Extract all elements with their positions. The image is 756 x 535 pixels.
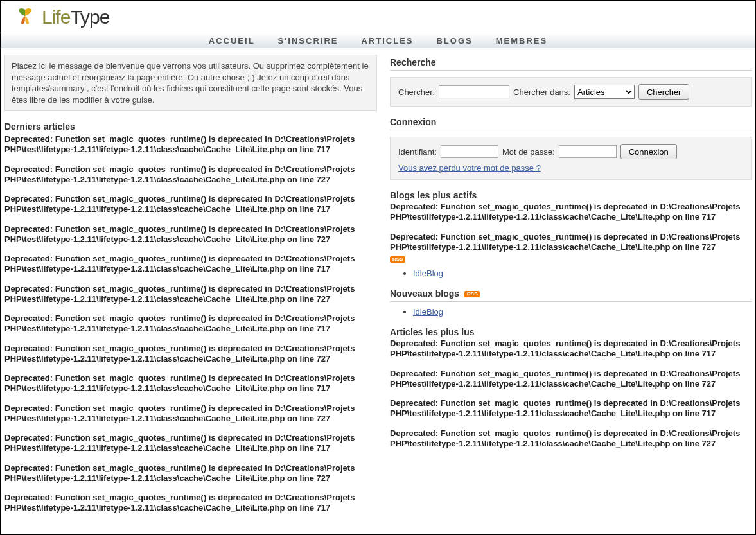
- login-id-input[interactable]: [441, 145, 498, 158]
- login-pw-label: Mot de passe:: [502, 147, 555, 157]
- navbar: ACCUEIL S'INSCRIRE ARTICLES BLOGS MEMBRE…: [1, 33, 755, 48]
- rss-icon[interactable]: RSS: [390, 256, 405, 263]
- nav-membres[interactable]: MEMBRES: [496, 36, 547, 46]
- content: Placez ici le message de bienvenue que v…: [1, 48, 755, 523]
- search-input[interactable]: [439, 85, 509, 98]
- latest-articles-heading: Derniers articles: [4, 121, 377, 132]
- error-msg: Deprecated: Function set_magic_quotes_ru…: [4, 433, 377, 454]
- error-msg: Deprecated: Function set_magic_quotes_ru…: [4, 344, 377, 365]
- login-id-label: Identifiant:: [398, 147, 437, 157]
- list-item: IdleBlog: [413, 268, 752, 278]
- login-box: Identifiant: Mot de passe: Connexion Vou…: [390, 137, 752, 180]
- error-msg: Deprecated: Function set_magic_quotes_ru…: [4, 284, 377, 305]
- rss-icon[interactable]: RSS: [464, 291, 480, 297]
- header: LifeType: [1, 1, 755, 33]
- error-msg: Deprecated: Function set_magic_quotes_ru…: [390, 338, 752, 360]
- right-column: Recherche Chercher: Chercher dans: Artic…: [390, 55, 752, 523]
- nav-sinscrire[interactable]: S'INSCRIRE: [278, 36, 338, 46]
- search-heading: Recherche: [390, 57, 752, 71]
- search-in-select[interactable]: Articles: [574, 85, 635, 99]
- error-msg: Deprecated: Function set_magic_quotes_ru…: [4, 194, 377, 215]
- error-msg: Deprecated: Function set_magic_quotes_ru…: [4, 254, 377, 275]
- top-articles-heading: Articles les plus lus: [390, 327, 752, 337]
- login-pw-input[interactable]: [559, 145, 617, 158]
- active-blogs-heading: Blogs les plus actifs: [390, 190, 752, 200]
- new-blogs-heading: Nouveaux blogs RSS: [390, 288, 752, 302]
- search-in-label: Chercher dans:: [513, 87, 570, 97]
- search-label: Chercher:: [398, 87, 435, 97]
- new-blogs-label: Nouveaux blogs: [390, 288, 459, 299]
- blog-link[interactable]: IdleBlog: [413, 307, 443, 317]
- error-msg: Deprecated: Function set_magic_quotes_ru…: [4, 463, 377, 484]
- login-heading: Connexion: [390, 117, 752, 130]
- error-msg: Deprecated: Function set_magic_quotes_ru…: [4, 134, 377, 155]
- new-blogs-list: IdleBlog: [390, 307, 752, 317]
- error-msg: Deprecated: Function set_magic_quotes_ru…: [4, 313, 377, 335]
- nav-blogs[interactable]: BLOGS: [436, 36, 472, 46]
- search-button[interactable]: Chercher: [638, 84, 689, 100]
- error-msg: Deprecated: Function set_magic_quotes_ru…: [4, 224, 377, 245]
- list-item: IdleBlog: [413, 307, 752, 317]
- error-msg: Deprecated: Function set_magic_quotes_ru…: [390, 202, 752, 223]
- lost-password-link[interactable]: Vous avez perdu votre mot de passe ?: [398, 163, 743, 173]
- logo-text: LifeType: [42, 6, 109, 28]
- nav-articles[interactable]: ARTICLES: [361, 36, 413, 46]
- logo-life: Life: [42, 6, 70, 28]
- error-msg: Deprecated: Function set_magic_quotes_ru…: [4, 373, 377, 394]
- error-msg: Deprecated: Function set_magic_quotes_ru…: [390, 369, 752, 390]
- error-msg: Deprecated: Function set_magic_quotes_ru…: [4, 493, 377, 514]
- login-button[interactable]: Connexion: [620, 144, 677, 159]
- error-msg: Deprecated: Function set_magic_quotes_ru…: [4, 164, 377, 186]
- welcome-message: Placez ici le message de bienvenue que v…: [4, 55, 377, 111]
- nav-accueil[interactable]: ACCUEIL: [209, 36, 255, 46]
- error-msg: Deprecated: Function set_magic_quotes_ru…: [4, 403, 377, 425]
- left-column: Placez ici le message de bienvenue que v…: [4, 55, 377, 523]
- active-blogs-list: IdleBlog: [390, 268, 752, 278]
- logo-type: Type: [70, 6, 109, 28]
- error-msg: Deprecated: Function set_magic_quotes_ru…: [390, 428, 752, 450]
- blog-link[interactable]: IdleBlog: [413, 268, 443, 278]
- search-box: Chercher: Chercher dans: Articles Cherch…: [390, 77, 752, 107]
- logo-icon: [12, 4, 38, 30]
- error-msg: Deprecated: Function set_magic_quotes_ru…: [390, 232, 752, 253]
- error-msg: Deprecated: Function set_magic_quotes_ru…: [390, 398, 752, 419]
